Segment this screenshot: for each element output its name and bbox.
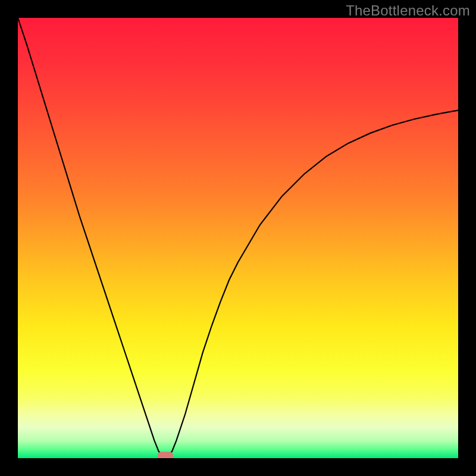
optimum-marker bbox=[158, 452, 173, 458]
chart-frame: TheBottleneck.com bbox=[0, 0, 476, 476]
plot-area bbox=[18, 18, 458, 458]
chart-svg bbox=[18, 18, 458, 458]
gradient-background bbox=[18, 18, 458, 458]
attribution-text: TheBottleneck.com bbox=[346, 2, 470, 19]
